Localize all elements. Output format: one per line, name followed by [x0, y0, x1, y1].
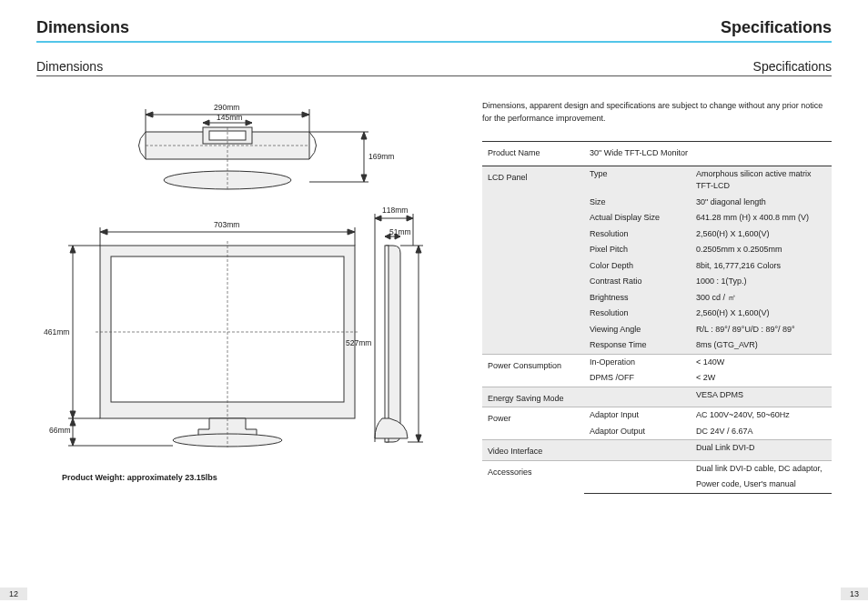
spec-value: 8ms (GTG_AVR) — [691, 337, 832, 354]
svg-rect-37 — [385, 246, 389, 442]
svg-marker-26 — [100, 229, 107, 235]
spec-value: < 140W — [691, 354, 832, 370]
spec-attr: In-Operation — [584, 354, 691, 370]
header-left: Dimensions — [36, 18, 129, 37]
spec-attr — [584, 440, 691, 461]
svg-marker-27 — [348, 229, 355, 235]
product-name: 30" Wide TFT-LCD Monitor — [584, 142, 832, 166]
dim-top-inner: 145mm — [217, 113, 242, 122]
spec-attr: Brightness — [584, 290, 691, 306]
svg-marker-41 — [416, 246, 421, 253]
subheader-left: Dimensions — [36, 59, 103, 74]
dim-front-width: 703mm — [214, 220, 239, 229]
spec-category: Accessories — [482, 460, 584, 493]
svg-marker-36 — [70, 438, 76, 446]
svg-point-20 — [173, 434, 282, 447]
product-name-label: Product Name — [482, 142, 584, 166]
dim-stand-gap: 66mm — [49, 426, 71, 435]
spec-value: 2,560(H) X 1,600(V) — [691, 306, 832, 322]
svg-marker-5 — [146, 112, 153, 117]
page-number-right: 13 — [841, 588, 868, 600]
spec-value: Amorphous silicon active matrix TFT-LCD — [691, 166, 832, 195]
spec-value: 641.28 mm (H) x 400.8 mm (V) — [691, 210, 832, 226]
spec-attr: Color Depth — [584, 258, 691, 275]
spec-attr: Viewing Angle — [584, 322, 691, 338]
spec-value: Power code, User's manual — [691, 477, 832, 493]
spec-value: 2,560(H) X 1,600(V) — [691, 226, 832, 243]
spec-attr: Adaptor Output — [584, 424, 691, 440]
spec-attr: Resolution — [584, 306, 691, 322]
svg-marker-42 — [416, 435, 421, 442]
svg-marker-6 — [302, 112, 309, 117]
spec-attr: Actual Display Size — [584, 210, 691, 226]
spec-attr: Pixel Pitch — [584, 242, 691, 258]
spec-value: 1000 : 1(Typ.) — [691, 274, 832, 290]
dim-top-width: 290mm — [214, 103, 239, 112]
dim-side-inner: 51mm — [389, 227, 411, 236]
svg-marker-31 — [70, 246, 76, 253]
spec-value: Dual Link DVI-D — [691, 440, 832, 461]
dimension-diagram: 290mm 145mm 169mm 703mm 118mm 51mm 461mm… — [36, 100, 464, 482]
spec-attr: Type — [584, 166, 691, 195]
dim-side-height: 527mm — [346, 338, 371, 347]
spec-category: LCD Panel — [482, 166, 584, 354]
product-weight: Product Weight: approximately 23.15lbs — [62, 473, 217, 482]
svg-marker-9 — [246, 120, 252, 126]
svg-marker-14 — [361, 175, 367, 182]
svg-marker-13 — [361, 132, 367, 139]
spec-attr: Response Time — [584, 337, 691, 354]
spec-category: Energy Saving Mode — [482, 387, 584, 407]
spec-value: 300 cd / ㎡ — [691, 290, 832, 306]
spec-value: R/L : 89°/ 89°U/D : 89°/ 89° — [691, 322, 832, 338]
spec-category: Power Consumption — [482, 354, 584, 387]
spec-value: VESA DPMS — [691, 387, 832, 407]
spec-value: AC 100V~240V, 50~60Hz — [691, 407, 832, 424]
header-right: Specifications — [721, 18, 832, 37]
dim-side-depth: 118mm — [382, 206, 408, 215]
spec-attr — [584, 387, 691, 407]
spec-value: 30" diagonal length — [691, 195, 832, 211]
spec-value: DC 24V / 6.67A — [691, 424, 832, 440]
svg-marker-47 — [407, 216, 413, 221]
spec-attr: Adaptor Input — [584, 407, 691, 424]
spec-value: 0.2505mm x 0.2505mm — [691, 242, 832, 258]
disclaimer: Dimensions, apparent design and specific… — [482, 100, 832, 125]
page-number-left: 12 — [0, 588, 27, 600]
spec-attr: DPMS /OFF — [584, 370, 691, 387]
svg-marker-46 — [375, 216, 381, 221]
spec-value: Dual link DVI-D cable, DC adaptor, — [691, 460, 832, 477]
svg-marker-35 — [70, 418, 76, 426]
dim-front-height: 461mm — [44, 327, 69, 337]
spec-attr — [584, 477, 691, 493]
spec-table: Product Name 30" Wide TFT-LCD Monitor LC… — [482, 141, 832, 494]
spec-attr: Resolution — [584, 226, 691, 243]
dim-top-height: 169mm — [368, 152, 394, 161]
spec-attr: Size — [584, 195, 691, 211]
svg-marker-8 — [203, 120, 209, 126]
spec-attr — [584, 460, 691, 477]
subheader-right: Specifications — [753, 59, 832, 74]
spec-attr: Contrast Ratio — [584, 274, 691, 290]
spec-value: 8bit, 16,777,216 Colors — [691, 258, 832, 275]
spec-category: Video Interface — [482, 440, 584, 461]
spec-category: Power — [482, 407, 584, 440]
spec-value: < 2W — [691, 370, 832, 387]
